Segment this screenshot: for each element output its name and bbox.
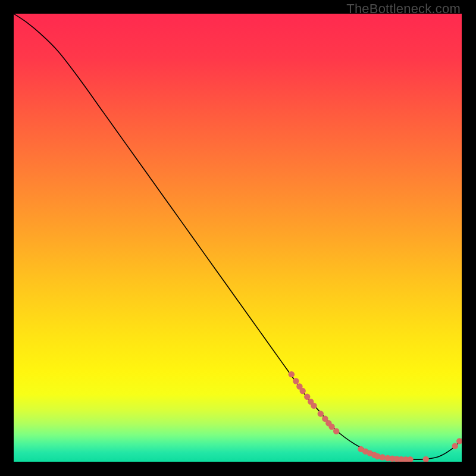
data-marker: [293, 378, 299, 384]
data-marker: [380, 454, 386, 460]
data-marker: [328, 424, 334, 430]
data-marker: [333, 428, 339, 434]
chart-plot-area: [14, 14, 462, 462]
data-marker: [289, 371, 295, 377]
data-marker: [452, 443, 458, 449]
data-marker: [299, 388, 305, 394]
data-marker: [304, 394, 310, 400]
bottleneck-chart: [14, 14, 462, 462]
data-marker: [318, 411, 324, 416]
data-marker: [311, 403, 317, 409]
